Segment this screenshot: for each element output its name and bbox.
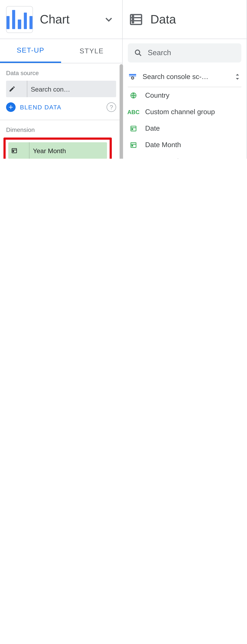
svg-point-4 bbox=[132, 18, 134, 20]
svg-point-3 bbox=[132, 15, 134, 16]
search-placeholder: Search bbox=[148, 48, 171, 57]
section-data-source: Data source Search con… + BLEND DATA ? bbox=[0, 63, 122, 120]
field-item[interactable]: Country bbox=[128, 87, 241, 104]
svg-point-5 bbox=[132, 22, 134, 23]
abc-icon: ABC bbox=[128, 109, 139, 115]
data-source-name: Search console sc-… bbox=[143, 73, 234, 81]
data-panel-header: Data bbox=[123, 0, 247, 39]
field-item[interactable]: ABCCustom channel group bbox=[128, 104, 241, 120]
calendar-icon bbox=[128, 158, 139, 159]
expand-collapse-icon[interactable] bbox=[234, 72, 241, 82]
svg-rect-8 bbox=[13, 151, 14, 152]
field-label: Country bbox=[145, 92, 169, 100]
data-source-chip[interactable]: Search con… bbox=[6, 81, 116, 97]
svg-rect-15 bbox=[129, 74, 136, 75]
svg-point-12 bbox=[135, 50, 140, 54]
field-search[interactable]: Search bbox=[128, 44, 241, 62]
section-dimension: Dimension Year Month Drill down bbox=[0, 120, 122, 159]
blend-data-row[interactable]: + BLEND DATA ? bbox=[6, 102, 116, 112]
search-icon bbox=[134, 48, 143, 57]
tab-style[interactable]: STYLE bbox=[61, 39, 122, 63]
bar-chart-icon bbox=[6, 6, 33, 33]
svg-line-13 bbox=[139, 54, 141, 56]
field-label: Custom channel group bbox=[145, 108, 215, 116]
help-icon[interactable]: ? bbox=[107, 102, 116, 112]
chart-dropdown[interactable]: Chart bbox=[0, 0, 123, 39]
chart-label: Chart bbox=[40, 12, 103, 26]
highlight-dimension: Year Month bbox=[3, 138, 112, 159]
field-item[interactable]: Date month year bbox=[128, 153, 241, 159]
tab-setup[interactable]: SET-UP bbox=[0, 39, 61, 63]
globe-icon bbox=[128, 92, 139, 100]
calendar-icon bbox=[128, 124, 139, 132]
field-item[interactable]: Date Month bbox=[128, 137, 241, 153]
data-label: Data bbox=[150, 12, 247, 26]
svg-rect-18 bbox=[132, 78, 133, 78]
calendar-icon bbox=[11, 147, 27, 154]
calendar-icon bbox=[128, 141, 139, 149]
field-label: Date month year bbox=[145, 158, 196, 159]
data-source-heading: Data source bbox=[6, 70, 116, 76]
tabs: SET-UP STYLE bbox=[0, 39, 122, 63]
field-label: Date bbox=[145, 124, 160, 132]
dimension-value: Year Month bbox=[33, 147, 66, 154]
field-item[interactable]: Date bbox=[128, 120, 241, 137]
chevron-down-icon bbox=[103, 14, 114, 25]
pencil-icon bbox=[9, 86, 25, 92]
dimension-heading: Dimension bbox=[6, 126, 116, 133]
dimension-chip[interactable]: Year Month bbox=[8, 142, 107, 159]
data-source-value: Search con… bbox=[31, 85, 70, 92]
svg-rect-22 bbox=[132, 129, 133, 130]
data-icon bbox=[129, 12, 143, 27]
plus-icon: + bbox=[6, 102, 15, 112]
field-label: Date Month bbox=[145, 141, 181, 149]
data-source-header[interactable]: Search console sc-… bbox=[128, 70, 241, 87]
scrollbar[interactable] bbox=[120, 64, 123, 159]
blend-data-label: BLEND DATA bbox=[20, 104, 107, 111]
top-bar: Chart Data bbox=[0, 0, 247, 39]
data-source-icon bbox=[128, 72, 137, 82]
field-list: CountryABCCustom channel groupDateDate M… bbox=[128, 87, 241, 159]
svg-rect-25 bbox=[132, 145, 133, 146]
